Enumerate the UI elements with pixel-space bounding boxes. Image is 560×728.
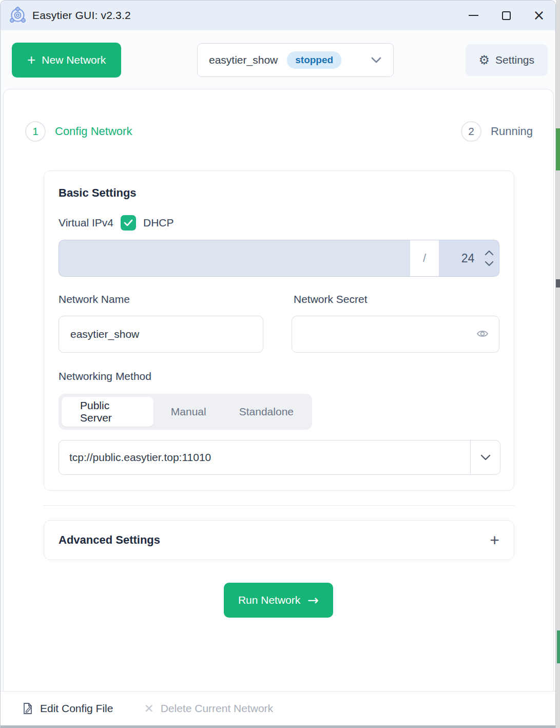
edit-config-file-button[interactable]: Edit Config File [22, 702, 113, 715]
stepper-up-button[interactable] [485, 250, 494, 256]
settings-label: Settings [495, 54, 534, 66]
selected-network-name: easytier_show [209, 54, 278, 66]
network-selector-dropdown[interactable]: easytier_show stopped [197, 43, 394, 77]
dhcp-label: DHCP [143, 217, 174, 229]
networking-method-tabs: Public Server Manual Standalone [59, 394, 312, 430]
virtual-ipv4-input [59, 240, 410, 277]
minimize-button[interactable] [457, 1, 490, 30]
network-secret-wrap [292, 316, 499, 353]
maximize-button[interactable] [490, 1, 523, 30]
dhcp-checkbox[interactable] [121, 215, 136, 231]
step-label: Config Network [55, 125, 132, 138]
close-button[interactable]: × [523, 1, 555, 30]
network-name-input[interactable] [59, 316, 263, 353]
tab-standalone[interactable]: Standalone [224, 397, 309, 427]
delete-x-icon: ✕ [144, 703, 153, 715]
run-network-label: Run Network [238, 594, 300, 606]
stepper-controls [485, 250, 494, 266]
window-bottom-edge [1, 725, 556, 728]
basic-settings-card: Basic Settings Virtual IPv4 DHCP / 24 [44, 170, 514, 491]
step-running[interactable]: 2 Running [461, 121, 533, 142]
app-window: Easytier GUI: v2.3.2 × + New Network eas… [0, 0, 556, 728]
chevron-up-icon [485, 250, 494, 256]
expand-plus-icon[interactable]: + [490, 532, 499, 548]
run-network-button[interactable]: Run Network → [224, 583, 333, 618]
toolbar: + New Network easytier_show stopped ⚙ Se… [1, 30, 555, 89]
settings-button[interactable]: ⚙ Settings [466, 44, 548, 76]
desktop-bleed-green [557, 630, 560, 663]
tab-manual[interactable]: Manual [156, 397, 222, 427]
ip-prefix-separator: / [410, 240, 439, 277]
step-number-badge: 1 [25, 121, 46, 142]
desktop-bleed-green [556, 128, 560, 170]
section-divider [44, 505, 514, 506]
footer-bar: Edit Config File ✕ Delete Current Networ… [1, 691, 556, 725]
steps-row: 1 Config Network 2 Running [4, 89, 553, 142]
prefix-length-value: 24 [451, 252, 485, 265]
public-server-url-dropdown[interactable]: tcp://public.easytier.top:11010 [59, 440, 500, 475]
chevron-down-icon [485, 261, 494, 266]
main-panel: 1 Config Network 2 Running Basic Setting… [3, 89, 554, 692]
chevron-down-icon [371, 56, 382, 64]
maximize-icon [502, 11, 511, 20]
chevron-down-icon [480, 454, 491, 461]
network-status-badge: stopped [287, 51, 341, 69]
desktop-bleed-dark [556, 279, 560, 288]
ip-address-group: / 24 [59, 240, 499, 277]
titlebar: Easytier GUI: v2.3.2 × [1, 1, 555, 30]
stepper-down-button[interactable] [485, 261, 494, 266]
eye-icon[interactable] [476, 328, 489, 339]
public-server-url-value: tcp://public.easytier.top:11010 [59, 440, 470, 474]
basic-settings-title: Basic Settings [59, 186, 499, 200]
networking-method-label: Networking Method [59, 370, 499, 382]
prefix-length-stepper[interactable]: 24 [439, 240, 499, 277]
step-label: Running [491, 125, 533, 138]
network-secret-label: Network Secret [294, 293, 368, 305]
network-name-label: Network Name [59, 293, 294, 305]
virtual-ipv4-label: Virtual IPv4 [59, 217, 113, 229]
virtual-ipv4-row: Virtual IPv4 DHCP [59, 215, 499, 231]
plus-icon: + [27, 53, 35, 67]
close-icon: × [533, 8, 545, 23]
window-title: Easytier GUI: v2.3.2 [32, 9, 131, 22]
desktop-bleed-strip [556, 0, 560, 728]
dropdown-chevron-area[interactable] [470, 440, 500, 474]
minimize-icon [469, 15, 478, 16]
new-network-label: New Network [42, 54, 106, 66]
step-number-badge: 2 [461, 121, 481, 142]
step-config-network[interactable]: 1 Config Network [25, 121, 132, 142]
tab-public-server[interactable]: Public Server [62, 397, 153, 427]
delete-current-network-button[interactable]: ✕ Delete Current Network [144, 702, 273, 715]
name-secret-inputs-row [59, 316, 499, 353]
run-button-row: Run Network → [4, 583, 553, 618]
gear-icon: ⚙ [479, 54, 490, 66]
edit-config-file-label: Edit Config File [40, 702, 113, 715]
delete-current-network-label: Delete Current Network [161, 702, 273, 715]
window-controls: × [457, 1, 555, 30]
name-secret-labels-row: Network Name Network Secret [59, 293, 499, 305]
network-secret-input[interactable] [292, 316, 499, 353]
edit-file-icon [22, 702, 33, 715]
check-icon [124, 219, 133, 226]
arrow-right-icon: → [307, 593, 319, 607]
advanced-settings-title: Advanced Settings [59, 533, 160, 547]
new-network-button[interactable]: + New Network [12, 43, 121, 78]
app-logo-icon [8, 6, 27, 25]
advanced-settings-card[interactable]: Advanced Settings + [44, 520, 514, 560]
